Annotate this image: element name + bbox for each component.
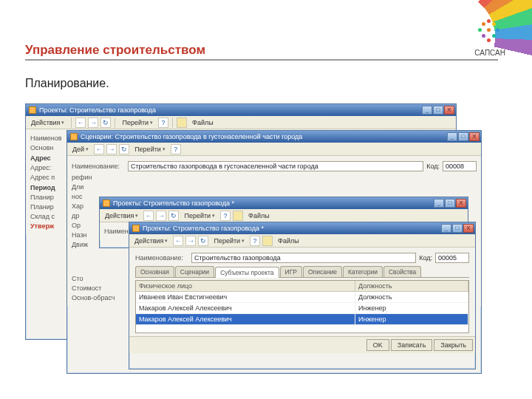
files-button[interactable]: Файлы xyxy=(245,211,273,221)
close-button[interactable]: Закрыть xyxy=(434,339,473,351)
nav-back-icon[interactable]: ← xyxy=(173,236,183,246)
page-subtitle: Планирование. xyxy=(25,77,109,90)
window-stack: Проекты: Строительство газопровода _ □ X… xyxy=(25,103,498,384)
refresh-icon[interactable]: ↻ xyxy=(119,144,129,154)
tab-description[interactable]: Описание xyxy=(303,266,342,277)
nav-forward-icon[interactable]: → xyxy=(106,144,117,154)
ok-button[interactable]: OK xyxy=(366,339,389,351)
maximize-button[interactable]: □ xyxy=(433,106,443,115)
attach-icon[interactable] xyxy=(233,211,243,221)
chevron-down-icon: ▾ xyxy=(135,213,138,219)
close-button[interactable]: X xyxy=(463,224,474,233)
refresh-icon[interactable]: ↻ xyxy=(168,211,179,221)
actions-menu[interactable]: Действия▾ xyxy=(102,211,141,221)
tab-categories[interactable]: Категории xyxy=(343,266,383,277)
toolbar: Действия▾ ← → ↻ Перейти▾ ? Файлы xyxy=(100,209,468,222)
code-input[interactable]: 00005 xyxy=(435,253,469,263)
tab-strip: Основная Сценарии Субъекты проекта ИГР О… xyxy=(135,266,469,278)
col-person: Физическое лицо xyxy=(136,281,355,291)
goto-menu[interactable]: Перейти▾ xyxy=(211,236,248,246)
window-title: Проекты: Строительство газопровода * xyxy=(113,200,431,207)
window-title: Проекты: Строительство газопровода * xyxy=(143,225,438,232)
window-title: Проекты: Строительство газопровода xyxy=(39,106,419,114)
label-name: Наименование: xyxy=(72,163,125,170)
help-icon[interactable]: ? xyxy=(220,211,231,221)
goto-menu[interactable]: Перейти▾ xyxy=(132,144,168,154)
subjects-grid[interactable]: Физическое лицо Должность Иванеев Иван Е… xyxy=(135,280,469,333)
nav-forward-icon[interactable]: → xyxy=(156,211,166,221)
toolbar: Дей▾ ← → ↻ Перейти▾ ? xyxy=(67,143,481,156)
minimize-button[interactable]: _ xyxy=(434,199,444,208)
tab-properties[interactable]: Свойства xyxy=(383,266,421,277)
help-icon[interactable]: ? xyxy=(250,236,260,246)
chevron-down-icon: ▾ xyxy=(165,238,168,244)
nav-back-icon[interactable]: ← xyxy=(75,117,86,128)
toolbar: Действия▾ ← → ↻ Перейти▾ ? Файлы xyxy=(129,234,475,248)
goto-menu[interactable]: Перейти▾ xyxy=(181,211,218,221)
nav-forward-icon[interactable]: → xyxy=(185,236,196,246)
minimize-button[interactable]: _ xyxy=(441,224,451,233)
toolbar: Действия▾ ← → ↻ Перейти▾ ? Файлы xyxy=(26,116,456,129)
label-code: Код: xyxy=(426,163,440,170)
label-name: Наименование: xyxy=(135,254,188,262)
app-icon xyxy=(29,106,36,114)
help-icon[interactable]: ? xyxy=(171,144,181,154)
maximize-button[interactable]: □ xyxy=(445,199,455,208)
refresh-icon[interactable]: ↻ xyxy=(198,236,208,246)
name-input[interactable]: Строительство газопровода в густонаселен… xyxy=(128,161,423,171)
actions-menu[interactable]: Дей▾ xyxy=(69,144,92,154)
window-projects-3: Проекты: Строительство газопровода * _ □… xyxy=(129,222,476,369)
name-input[interactable]: Строительство газопровода xyxy=(191,253,416,263)
titlebar[interactable]: Проекты: Строительство газопровода * _ □… xyxy=(129,222,475,234)
save-button[interactable]: Записать xyxy=(391,339,432,351)
page-title: Управление строительством xyxy=(25,43,498,61)
chevron-down-icon: ▾ xyxy=(61,120,64,126)
maximize-button[interactable]: □ xyxy=(458,132,468,141)
chevron-down-icon: ▾ xyxy=(163,146,166,152)
label-refin: рефин xyxy=(72,174,125,181)
dialog-footer: OK Записать Закрыть xyxy=(129,336,475,353)
label-dlit: Дли xyxy=(72,183,125,191)
maximize-button[interactable]: □ xyxy=(452,224,463,233)
minimize-button[interactable]: _ xyxy=(422,106,432,115)
table-row[interactable]: Иванеев Иван Евстигнеевич Должность xyxy=(136,292,468,303)
help-icon[interactable]: ? xyxy=(158,117,168,128)
label-stost: Сто xyxy=(72,275,125,282)
chevron-down-icon: ▾ xyxy=(150,120,153,126)
app-icon xyxy=(103,200,110,207)
titlebar[interactable]: Проекты: Строительство газопровода _ □ X xyxy=(26,104,456,116)
table-row[interactable]: Макаров Алексей Алексеевич Инженер xyxy=(136,314,468,325)
actions-menu[interactable]: Действия▾ xyxy=(28,117,67,128)
attach-icon[interactable] xyxy=(177,117,187,128)
close-button[interactable]: X xyxy=(456,199,466,208)
label-code: Код: xyxy=(419,254,432,262)
grid-header: Физическое лицо Должность xyxy=(136,281,468,292)
titlebar[interactable]: Сценарии: Строительство газопровода в гу… xyxy=(67,131,481,143)
chevron-down-icon: ▾ xyxy=(242,238,245,244)
tab-scenarios[interactable]: Сценарии xyxy=(175,266,214,277)
refresh-icon[interactable]: ↻ xyxy=(100,117,111,128)
tab-igr[interactable]: ИГР xyxy=(280,266,302,277)
table-row[interactable]: Макаров Алексей Алексеевич Инженер xyxy=(136,303,468,314)
code-input[interactable]: 00008 xyxy=(443,161,477,171)
label-osnovob: Основ-обрасч xyxy=(72,294,125,301)
minimize-button[interactable]: _ xyxy=(447,132,457,141)
col-role: Должность xyxy=(355,281,468,291)
actions-menu[interactable]: Действия▾ xyxy=(132,236,171,246)
chevron-down-icon: ▾ xyxy=(86,146,89,152)
tab-subjects[interactable]: Субъекты проекта xyxy=(215,267,279,278)
files-button[interactable]: Файлы xyxy=(189,117,216,128)
close-button[interactable]: X xyxy=(444,106,454,115)
nav-forward-icon[interactable]: → xyxy=(88,117,98,128)
titlebar[interactable]: Проекты: Строительство газопровода * _ □… xyxy=(100,197,468,209)
goto-menu[interactable]: Перейти▾ xyxy=(119,117,156,128)
app-icon xyxy=(132,225,140,232)
close-button[interactable]: X xyxy=(469,132,480,141)
files-button[interactable]: Файлы xyxy=(275,236,302,246)
chevron-down-icon: ▾ xyxy=(212,213,215,219)
tab-main[interactable]: Основная xyxy=(135,266,174,277)
nav-back-icon[interactable]: ← xyxy=(143,211,154,221)
app-icon xyxy=(70,133,78,140)
nav-back-icon[interactable]: ← xyxy=(94,144,104,154)
attach-icon[interactable] xyxy=(262,236,273,246)
